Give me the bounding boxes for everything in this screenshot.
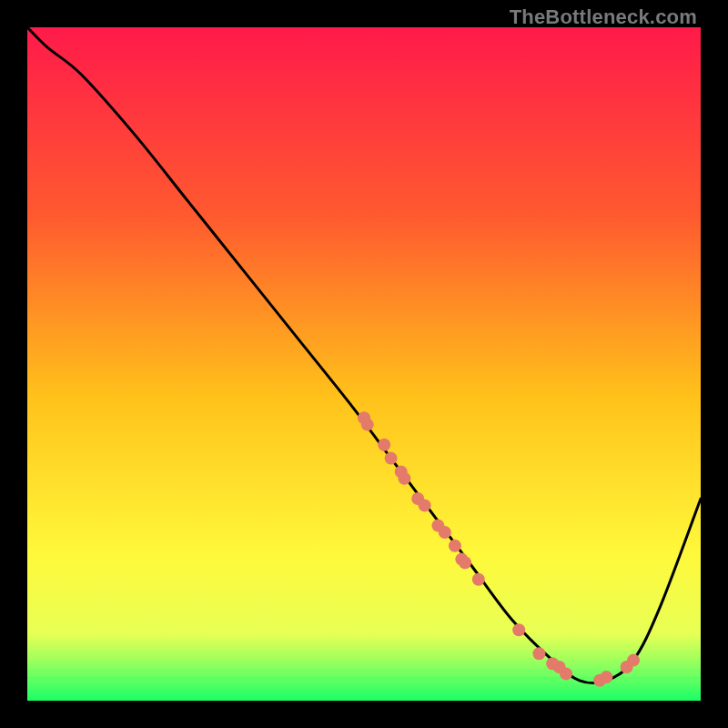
data-point [512, 623, 525, 636]
data-points [358, 411, 640, 687]
data-point [419, 499, 431, 511]
data-point [361, 419, 374, 431]
data-point [385, 452, 398, 465]
data-point [449, 540, 461, 552]
data-point [560, 667, 572, 680]
data-point [378, 439, 390, 451]
data-point [398, 472, 410, 485]
bottleneck-curve [27, 27, 701, 683]
plot-area [27, 27, 701, 701]
data-point [532, 647, 545, 660]
curve-layer [27, 27, 701, 701]
data-point [627, 654, 640, 667]
data-point [459, 556, 471, 569]
watermark-text: TheBottleneck.com [510, 5, 697, 29]
data-point [600, 671, 612, 683]
data-point [439, 526, 451, 539]
chart-frame: TheBottleneck.com [0, 0, 728, 728]
data-point [472, 573, 485, 586]
